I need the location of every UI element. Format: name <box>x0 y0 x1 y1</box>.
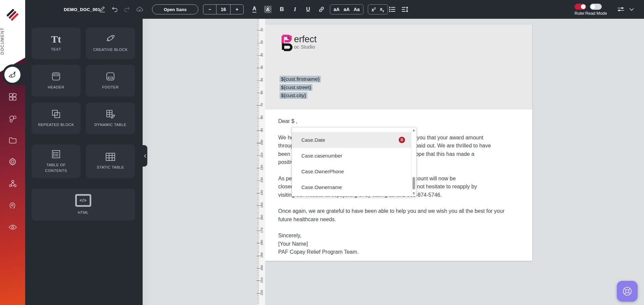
design-brush-icon <box>8 70 17 79</box>
text-color-button[interactable]: A <box>249 0 259 19</box>
ruler-tick-label: 40 <box>260 64 263 71</box>
dropdown-item[interactable]: Case.OwnerPhone <box>292 164 411 179</box>
font-size-stepper: − 16 + <box>203 4 244 14</box>
sidebar-item-design-active[interactable] <box>4 67 20 83</box>
block-tile-static-table[interactable]: STATIC TABLE <box>86 144 135 178</box>
ruler-tick-label: 10 <box>260 26 263 33</box>
html-block-icon: </> <box>75 194 91 207</box>
text-color-icon: A <box>252 6 256 13</box>
capitalize-button[interactable]: Aa <box>354 7 360 12</box>
ruler-toggle-knob <box>581 4 586 9</box>
uppercase-button[interactable]: aA <box>334 7 340 12</box>
highlight-color-button[interactable]: A <box>263 0 273 19</box>
page-settings-button[interactable] <box>616 0 626 19</box>
superscript-button[interactable]: x2 <box>371 7 376 12</box>
bold-icon: B <box>280 6 284 13</box>
ruler-tick-label: 150 <box>260 202 263 208</box>
chevron-left-icon <box>144 154 146 158</box>
variable-chip[interactable]: ${cust.street} <box>280 84 312 91</box>
variable-chip[interactable]: ${cust.city} <box>280 92 307 99</box>
creative-block-icon <box>105 34 116 44</box>
italic-icon: I <box>294 6 296 13</box>
ruler-tick-label: 70 <box>260 102 263 108</box>
line-spacing-button[interactable] <box>399 0 410 19</box>
scrollbar-thumb[interactable] <box>412 177 415 189</box>
ruler-tick-label: 170 <box>260 227 263 234</box>
block-tile-header[interactable]: HEADER <box>32 65 81 97</box>
read-mode-toggle[interactable] <box>590 4 602 10</box>
dropdown-scrollbar: ▲ ▼ <box>411 127 416 196</box>
subscript-button[interactable]: x2 <box>380 6 384 13</box>
ruler-tick-label: 30 <box>260 52 263 58</box>
ruler-tick-label: 160 <box>260 214 263 221</box>
app-logo[interactable] <box>7 9 19 21</box>
ruler-tick-label: 80 <box>260 114 263 121</box>
ruler-toggle[interactable] <box>575 4 586 10</box>
ruler-tick-label: 100 <box>260 139 263 146</box>
ruler-tick-label: 110 <box>260 152 263 159</box>
block-tile-repeated-block[interactable]: REPEATED BLOCK <box>32 103 81 134</box>
undo-icon <box>111 6 118 12</box>
sidebar-item-integrations[interactable] <box>0 176 25 191</box>
font-size-increase-button[interactable]: + <box>230 5 243 14</box>
sidebar-item-preview[interactable] <box>0 220 25 235</box>
repeated-block-icon <box>51 109 61 119</box>
ruler-tick-label: 200 <box>260 264 263 271</box>
static-table-icon <box>105 152 116 162</box>
lifebuoy-help-icon <box>622 286 633 297</box>
font-size-decrease-button[interactable]: − <box>203 5 216 14</box>
undo-button[interactable] <box>110 0 120 19</box>
block-tile-creative-block[interactable]: CREATIVE BLOCK <box>86 27 135 59</box>
variable-suggestion-dropdown: Case.Date D Case.casenumber Case.OwnerPh… <box>292 127 416 196</box>
dropdown-item[interactable]: Case.casenumber <box>292 148 411 164</box>
insert-link-button[interactable] <box>316 0 327 19</box>
font-size-value[interactable]: 16 <box>216 5 230 14</box>
sidebar-item-files[interactable] <box>0 133 25 148</box>
block-tile-table-of-contents[interactable]: TABLE OF CONTENTS <box>32 144 81 178</box>
ruler-toggle-label: Ruler <box>575 11 585 16</box>
scroll-up-arrow[interactable]: ▲ <box>411 128 416 132</box>
ruler-tick-label: 120 <box>260 164 263 171</box>
redo-button[interactable] <box>122 0 132 19</box>
panel-collapse-handle[interactable] <box>143 145 147 167</box>
underline-button[interactable]: U <box>303 0 313 19</box>
more-options-button[interactable] <box>627 0 637 19</box>
lowercase-button[interactable]: aA <box>344 7 350 12</box>
change-case-group: aA aA Aa <box>330 4 363 14</box>
block-tile-footer[interactable]: FOOTER <box>86 65 135 97</box>
bullet-list-button[interactable] <box>387 0 398 19</box>
gear-icon <box>8 157 17 166</box>
highlight-icon: A <box>264 6 271 13</box>
ruler-tick-label: 180 <box>260 239 263 246</box>
text-block-icon: Tt <box>51 35 61 44</box>
dynamic-table-icon <box>105 109 116 119</box>
dropdown-item-label: Case.OwnerPhone <box>301 169 344 174</box>
rename-document-button[interactable] <box>97 0 107 19</box>
read-mode-toggle-knob <box>591 4 595 9</box>
dropdown-item[interactable]: Case.Ownername <box>292 179 411 195</box>
ruler-tick-label: 220 <box>260 289 263 296</box>
network-nodes-icon <box>8 179 17 188</box>
edit-pencil-icon <box>99 6 106 13</box>
bold-button[interactable]: B <box>277 0 287 19</box>
font-family-select[interactable]: Open Sans <box>152 4 198 14</box>
sidebar-item-styles[interactable] <box>0 89 25 104</box>
vertical-ruler: 1020304050607080901001101201301401501601… <box>257 19 265 305</box>
sidebar-item-settings[interactable] <box>0 154 25 169</box>
read-mode-toggle-label: Read Mode <box>585 11 607 16</box>
block-tile-dynamic-table[interactable]: DYNAMIC TABLE <box>86 103 135 134</box>
italic-button[interactable]: I <box>290 0 300 19</box>
cloud-save-status <box>135 0 145 19</box>
letter-paragraph: Once again, we are grateful to have been… <box>278 207 534 224</box>
block-tile-text[interactable]: Tt TEXT <box>32 27 81 59</box>
help-chat-button[interactable] <box>617 281 638 302</box>
scroll-down-arrow[interactable]: ▼ <box>411 192 416 195</box>
table-of-contents-icon <box>51 149 61 159</box>
sidebar-item-data-model[interactable] <box>0 111 25 126</box>
variable-chip[interactable]: ${cust.firstname} <box>280 76 321 82</box>
dropdown-item[interactable]: Case.Date D <box>292 132 411 148</box>
block-tile-html[interactable]: </> HTML <box>32 189 135 221</box>
merge-variable-token: ${cust.firstname} <box>280 75 321 83</box>
sidebar-item-ai-assist[interactable] <box>0 198 25 213</box>
ruler-tick-label: 60 <box>260 89 263 96</box>
